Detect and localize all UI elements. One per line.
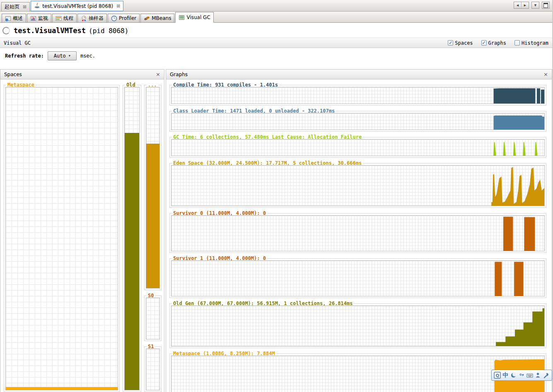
gc-time-graph-group: GC Time: 6 collections, 57.480ms Last Ca… [169,137,546,158]
moon-icon[interactable] [510,372,517,379]
histogram-checkbox-wrap: Histogram [514,40,548,46]
tab-sampler[interactable]: 抽样器 [77,14,107,22]
metaspace-graph-group: Metaspace (1.008G, 8.250M): 7.884M [169,354,546,392]
tab-list-dropdown-button[interactable]: ▼ [532,2,539,8]
chevron-down-icon: ▼ [69,54,70,58]
graphs-panel-title: Graphs [170,72,188,77]
old-gen-graph-group: Old Gen (67.000M, 67.000M): 56.915M, 1 c… [169,303,546,348]
tab-mbeans[interactable]: MBeans [140,14,174,22]
close-icon[interactable]: × [543,72,548,77]
overview-icon: 1 [5,15,11,22]
maximize-button[interactable] [542,2,549,8]
refresh-rate-unit: msec. [80,53,95,59]
tab-threads-label: 线程 [63,15,73,22]
spaces-panel-title: Spaces [4,72,22,77]
close-icon[interactable]: ⊠ [23,5,27,9]
person-icon[interactable] [534,372,541,379]
survivor-0-graph-group: Survivor 0 (11.000M, 4.000M): 0 [169,213,546,253]
survivor-1-graph [171,260,545,296]
ime-toolbar[interactable]: Q 中 [491,370,552,381]
old-space-chart [124,87,140,390]
progress-spinner-icon [2,27,10,34]
java-icon [34,2,40,10]
tab-start-page[interactable]: 起始页 ⊠ [1,2,30,11]
chinese-mode-icon[interactable]: 中 [502,372,509,379]
graphs-panel-body: Compile Time: 931 compiles - 1.401s Clas… [166,79,552,392]
eden-space-graph [171,165,545,206]
keyboard-icon[interactable] [526,372,534,379]
gc-time-graph [171,139,545,156]
tab-threads[interactable]: 线程 [52,14,77,22]
sampler-icon [81,15,87,22]
histogram-checkbox[interactable] [514,40,520,46]
old-gen-graph [171,305,545,346]
scroll-left-button[interactable]: ◀ [514,2,522,8]
spaces-checkbox-label: Spaces [455,40,473,46]
graphs-panel-header[interactable]: Graphs × [166,70,552,79]
metaspace-space-chart [5,87,118,390]
compile-time-graph-group: Compile Time: 931 compiles - 1.401s [169,85,546,106]
tab-visual-gc-label: Visual GC [186,14,210,20]
page-pid: (pid 8068) [89,27,128,35]
eden-space-graph-group: Eden Space (32.000M, 24.500M): 17.717M, … [169,163,546,208]
old-space-group: Old [123,85,141,392]
metaspace-fill [6,387,118,390]
close-icon[interactable]: ⊠ [116,4,120,8]
tab-monitor[interactable]: 监视 [27,14,51,22]
young-spaces-column: ... S0 S1 [144,85,162,392]
refresh-rate-value: Auto [54,53,66,59]
eden-space-chart [146,87,160,289]
metaspace-graph [171,356,545,392]
refresh-rate-label: Refresh rate: [5,53,44,59]
spaces-panel-body: Metaspace Old ... [0,79,164,392]
refresh-row: Refresh rate: Auto ▼ msec. [0,48,552,64]
maximize-icon [543,3,548,8]
graphs-checkbox-wrap: Graphs [481,40,506,46]
survivor-1-graph-group: Survivor 1 (11.000M, 4.000M): 0 [169,258,546,298]
spaces-panel: Spaces × Metaspace Old [0,69,164,392]
punctuation-icon[interactable] [518,372,525,379]
page-title: test.VisualVMTest [14,26,86,35]
metaspace-space-group: Metaspace [4,85,120,392]
refresh-rate-select[interactable]: Auto ▼ [48,51,77,60]
tab-monitor-label: 监视 [38,15,48,22]
spaces-checkbox[interactable] [448,40,453,46]
tab-start-page-label: 起始页 [5,3,19,10]
header: test.VisualVMTest (pid 8068) [0,23,552,38]
tab-visualvmtest[interactable]: test.VisualVMTest (pid 8068) ⊠ [31,1,123,11]
visualvm-window: 起始页 ⊠ test.VisualVMTest (pid 8068) ⊠ ◀ ▶… [0,0,553,392]
view-tabbar: 1 概述 监视 线程 抽样器 Profiler MBeans Visual GC [0,12,552,23]
profiler-icon [111,15,117,22]
section-title: Visual GC [4,40,31,46]
histogram-checkbox-label: Histogram [522,40,548,46]
monitor-icon [30,15,36,22]
class-loader-time-graph-group: Class Loader Time: 1471 loaded, 0 unload… [169,111,546,132]
svg-text:1: 1 [6,19,7,21]
svg-text:Q: Q [496,373,500,378]
s1-space-group: S1 [144,346,162,392]
tab-overview[interactable]: 1 概述 [2,14,26,22]
graphs-panel: Graphs × Compile Time: 931 compiles - 1.… [166,69,552,392]
s1-space-chart [146,349,160,390]
spaces-panel-header[interactable]: Spaces × [0,70,164,79]
ime-logo[interactable]: Q [494,372,501,379]
graphs-checkbox[interactable] [481,40,487,46]
tab-nav-controls: ◀ ▶ ▼ [514,2,550,9]
visual-gc-section-bar: Visual GC Spaces Graphs Histogram [0,38,552,48]
tab-mbeans-label: MBeans [152,15,171,21]
s0-space-chart [146,298,160,339]
tab-sampler-label: 抽样器 [89,15,104,22]
close-icon[interactable]: × [156,72,160,77]
spaces-checkbox-wrap: Spaces [448,40,473,46]
s0-space-group: S0 [144,296,162,341]
tab-profiler-label: Profiler [119,15,136,21]
scroll-right-button[interactable]: ▶ [522,2,529,8]
tab-profiler[interactable]: Profiler [108,14,140,22]
wrench-icon[interactable] [543,372,550,379]
survivor-0-graph [171,215,545,251]
eden-fill [146,144,159,288]
compile-time-graph [171,87,545,104]
panels: Spaces × Metaspace Old [0,69,552,392]
tab-visual-gc[interactable]: Visual GC [175,12,213,23]
eden-space-group: ... [144,85,162,290]
